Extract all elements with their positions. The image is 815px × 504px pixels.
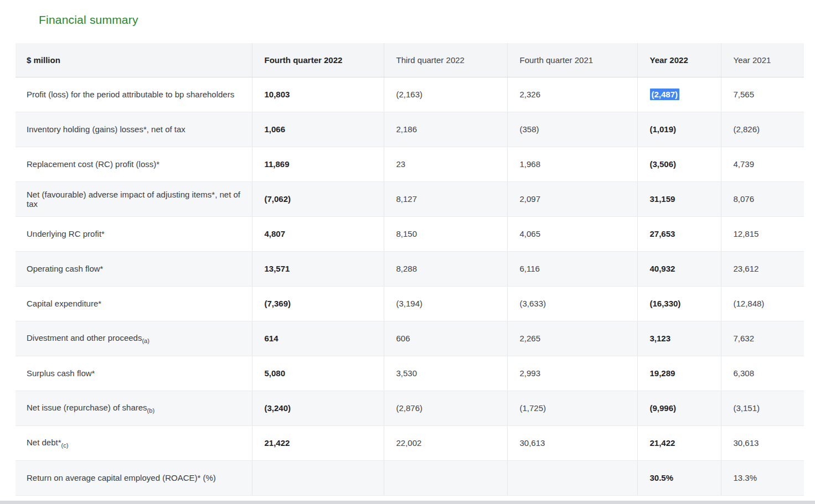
table-row: Underlying RC profit*4,8078,1504,06527,6… [16, 216, 804, 251]
table-cell [384, 460, 507, 495]
table-cell: (2,163) [384, 77, 507, 112]
row-label: Surplus cash flow* [16, 356, 252, 391]
table-cell: (3,506) [637, 147, 721, 181]
cell-value: (1,725) [520, 403, 546, 413]
table-cell: 30,613 [721, 425, 804, 460]
row-label: Net debt*(c) [16, 425, 252, 460]
cell-value: 2,265 [520, 334, 541, 343]
financial-summary-table: $ million Fourth quarter 2022Third quart… [16, 43, 804, 496]
row-label: Net issue (repurchase) of shares(b) [16, 391, 252, 425]
cell-value: 30,613 [734, 438, 759, 448]
table-cell: 10,803 [252, 77, 384, 112]
table-cell: 2,993 [507, 356, 637, 391]
cell-value: (1,019) [650, 124, 677, 134]
cell-value: 7,565 [734, 90, 755, 99]
cell-value: 606 [396, 334, 410, 343]
table-cell: (3,240) [252, 391, 384, 425]
table-cell: 8,076 [721, 181, 804, 216]
footnote-marker: (c) [61, 442, 69, 449]
table-cell: 4,807 [252, 216, 384, 251]
cell-value: 5,080 [265, 368, 286, 378]
row-label: Replacement cost (RC) profit (loss)* [16, 147, 252, 181]
table-cell: 19,289 [637, 356, 721, 391]
table-cell: 13,571 [252, 251, 384, 286]
cell-value: 40,932 [650, 264, 675, 273]
table-cell: 12,815 [721, 216, 804, 251]
cell-value: (3,151) [734, 403, 760, 413]
table-cell: 2,265 [507, 321, 637, 356]
column-header: Third quarter 2022 [384, 43, 507, 77]
cell-value: 614 [265, 334, 278, 343]
cell-value: 30,613 [520, 438, 545, 448]
financial-summary-page: Financial summary $ million Fourth quart… [0, 0, 815, 504]
table-cell: (1,725) [507, 391, 637, 425]
cell-value: 21,422 [265, 438, 290, 448]
table-cell: (3,633) [507, 286, 637, 321]
table-cell: 8,150 [384, 216, 507, 251]
table-cell: 2,186 [384, 112, 507, 147]
row-label-text: Underlying RC profit* [27, 229, 105, 238]
cell-value: 19,289 [650, 368, 675, 378]
table-row: Net (favourable) adverse impact of adjus… [16, 181, 804, 216]
cell-value: 2,326 [520, 90, 541, 99]
table-header-row: $ million Fourth quarter 2022Third quart… [16, 43, 804, 77]
cell-value: (2,163) [396, 90, 423, 99]
selected-cell-value[interactable]: (2,487) [650, 89, 680, 100]
column-header: Year 2022 [637, 43, 721, 77]
row-label-text: Return on average capital employed (ROAC… [27, 473, 216, 482]
cell-value: 23,612 [734, 264, 759, 273]
table-cell: 3,530 [384, 356, 507, 391]
cell-value: 6,116 [520, 264, 540, 273]
cell-value: (2,826) [734, 124, 760, 134]
table-cell: (7,062) [252, 181, 384, 216]
cell-value: 23 [396, 159, 406, 169]
cell-value: 27,653 [650, 229, 675, 238]
table-row: Surplus cash flow*5,0803,5302,99319,2896… [16, 356, 804, 391]
table-cell: (2,487) [637, 77, 721, 112]
cell-value: 8,288 [396, 264, 417, 273]
table-cell: 3,123 [637, 321, 721, 356]
page-title: Financial summary [16, 0, 804, 27]
table-cell: 21,422 [252, 425, 384, 460]
column-header: Year 2021 [721, 43, 804, 77]
row-label: Profit (loss) for the period attributabl… [16, 77, 252, 112]
table-row: Replacement cost (RC) profit (loss)*11,8… [16, 147, 804, 181]
row-label-text: Replacement cost (RC) profit (loss)* [27, 159, 159, 169]
cell-value: 8,076 [734, 194, 755, 204]
table-cell: (16,330) [637, 286, 721, 321]
table-cell: 4,065 [507, 216, 637, 251]
row-label: Inventory holding (gains) losses*, net o… [16, 112, 252, 147]
row-label-text: Operating cash flow* [27, 264, 103, 273]
row-label: Underlying RC profit* [16, 216, 252, 251]
table-cell: 614 [252, 321, 384, 356]
cell-value: 11,869 [265, 159, 290, 169]
table-cell: 1,968 [507, 147, 637, 181]
table-cell: 7,632 [721, 321, 804, 356]
table-cell: 8,288 [384, 251, 507, 286]
cell-value: 3,123 [650, 334, 671, 343]
table-cell: 23,612 [721, 251, 804, 286]
table-cell: 22,002 [384, 425, 507, 460]
table-cell [252, 460, 384, 495]
cell-value: 4,807 [265, 229, 286, 238]
cell-value: (3,194) [396, 299, 423, 308]
cell-value: 31,159 [650, 194, 675, 204]
cell-value: (2,876) [396, 403, 423, 413]
row-label-text: Capital expenditure* [27, 299, 101, 308]
cell-value: (9,996) [650, 403, 677, 413]
horizontal-scrollbar[interactable] [0, 501, 815, 504]
table-cell: (12,848) [721, 286, 804, 321]
table-row: Return on average capital employed (ROAC… [16, 460, 804, 495]
table-cell: 6,308 [721, 356, 804, 391]
column-header: Fourth quarter 2022 [252, 43, 384, 77]
column-header: Fourth quarter 2021 [507, 43, 637, 77]
row-label-text: Divestment and other proceeds [27, 333, 142, 342]
cell-value: (7,369) [265, 299, 291, 308]
row-label-text: Net issue (repurchase) of shares [27, 403, 147, 412]
cell-value: (16,330) [650, 299, 681, 308]
table-cell: 4,739 [721, 147, 804, 181]
table-cell: 30,613 [507, 425, 637, 460]
table-cell: 2,326 [507, 77, 637, 112]
table-cell: 23 [384, 147, 507, 181]
cell-value: 3,530 [396, 368, 417, 378]
